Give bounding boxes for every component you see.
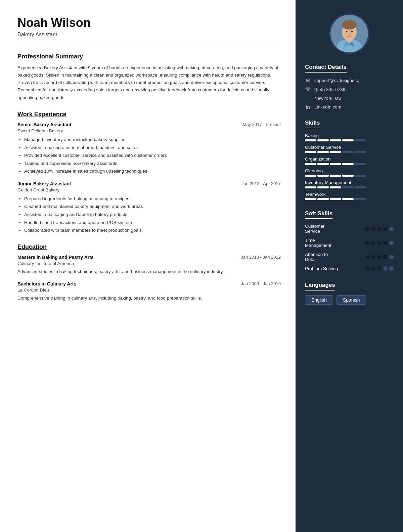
dot [371,266,375,271]
job-header-1: Junior Bakery AssistantJan 2012 - Apr 20… [17,181,281,186]
languages-container: EnglishSpanish [305,295,394,305]
dot [365,241,369,245]
soft-skill-item-2: Attention to Detail [305,252,394,262]
skill-bar-4 [305,186,394,188]
phone-value: (555) 345-6789 [314,87,345,92]
edu-degree-1: Bachelors in Culinary Arts [17,281,76,286]
summary-text: Experienced Bakery Assistant with 9 year… [17,64,281,101]
profile-photo [329,13,369,54]
edu-entry-1: Bachelors in Culinary ArtsJan 2006 - Jan… [17,281,281,302]
skill-item-3: Cleaning [305,168,394,177]
skill-bar-5 [305,198,394,200]
summary-section: Professional Summary Experienced Bakery … [17,53,281,101]
location-icon: ⌂ [305,95,311,101]
skill-item-2: Organization [305,157,394,165]
skill-bar-3 [305,175,394,177]
skill-bar-seg [342,198,354,200]
phone-icon: ☏ [305,86,311,92]
soft-skills-section: Soft Skills Customer ServiceTime Managem… [296,210,403,282]
skill-bar-seg [342,139,354,141]
job-date-1: Jan 2012 - Apr 2017 [241,181,281,186]
skill-bar-1 [305,151,394,153]
dot [383,266,388,271]
job-entry-1: Junior Bakery AssistantJan 2012 - Apr 20… [17,181,281,234]
skill-bar-seg [342,175,354,177]
skill-bar-0 [305,139,394,141]
skill-bar-seg [305,139,316,141]
svg-point-6 [351,31,353,33]
skill-bar-seg [330,151,341,153]
skill-bar-seg [317,175,329,177]
skill-bar-seg [317,139,329,141]
contact-section: Contact Details ✉ support@cvdesigner.ai … [296,64,403,120]
soft-skill-name-2: Attention to Detail [305,252,365,262]
work-experience-heading: Work Experience [17,111,281,118]
dot [389,227,394,231]
skill-bar-seg [355,151,366,153]
soft-skill-name-1: Time Management [305,238,365,248]
email-icon: ✉ [305,77,311,83]
dot [389,266,394,271]
skill-bar-seg [355,186,366,188]
dot [377,266,382,271]
skill-bar-seg [317,163,329,165]
header-divider [17,44,281,44]
skill-name-0: Baking [305,133,394,138]
soft-skill-dots-0 [365,227,394,231]
svg-point-7 [349,33,350,35]
job-company-1: Golden Crust Bakery [17,187,281,192]
dot [377,227,382,231]
language-tag-0: English [305,295,333,305]
right-column: Contact Details ✉ support@cvdesigner.ai … [296,0,403,532]
job-title-text-0: Senior Bakery Assistant [17,122,72,127]
skill-item-5: Teamwork [305,192,394,200]
bullet-item: Achieved 10% increase in sales through u… [24,168,281,175]
candidate-name: Noah Wilson [17,16,281,30]
soft-skill-item-0: Customer Service [305,224,394,234]
job-header-0: Senior Bakery AssistantMay 2017 - Presen… [17,122,281,127]
job-title-text-1: Junior Bakery Assistant [17,181,71,186]
location-value: NewYork, US [314,96,341,101]
job-company-0: Sweet Delights Bakery [17,128,281,133]
linkedin-icon: in [305,104,311,110]
work-experience-section: Work Experience Senior Bakery AssistantM… [17,111,281,234]
dot [365,255,369,259]
photo-area [296,0,403,64]
contact-email: ✉ support@cvdesigner.ai [305,77,394,83]
svg-point-5 [346,31,348,33]
bullet-item: Prepared ingredients for baking accordin… [24,195,281,203]
edu-degree-0: Masters in Baking and Pastry Arts [17,255,94,260]
email-value: support@cvdesigner.ai [314,78,361,83]
skills-section: Skills BakingCustomer ServiceOrganizatio… [296,120,403,210]
dot [371,255,375,259]
dot [365,266,369,271]
job-bullets-0: Managed inventory and restocked bakery s… [17,136,281,175]
skills-container: BakingCustomer ServiceOrganizationCleani… [305,133,394,200]
soft-skill-item-3: Problem Solving [305,266,394,271]
skill-bar-seg [342,163,354,165]
job-date-0: May 2017 - Present [243,122,281,127]
summary-heading: Professional Summary [17,53,281,60]
skill-bar-seg [305,186,316,188]
skill-bar-seg [305,151,316,153]
dot [383,241,388,245]
skill-bar-seg [317,151,329,153]
edu-entry-0: Masters in Baking and Pastry ArtsJan 201… [17,255,281,275]
soft-skill-name-3: Problem Solving [305,266,365,271]
skill-bar-seg [342,151,354,153]
edu-desc-1: Comprehensive training in culinary arts,… [17,295,281,302]
skill-name-4: Inventory Management [305,180,394,185]
bullet-item: Cleaned and maintained bakery equipment … [24,203,281,210]
left-column: Noah Wilson Bakery Assistant Professiona… [0,0,296,532]
dot [365,227,369,231]
edu-school-1: Le Cordon Bleu [17,287,281,293]
skill-bar-seg [330,139,341,141]
soft-skills-heading: Soft Skills [305,210,332,219]
skill-bar-seg [330,163,341,165]
dot [371,241,375,245]
edu-school-0: Culinary Institute of America [17,261,281,266]
skill-bar-seg [330,186,341,188]
bullet-item: Assisted in packaging and labeling baker… [24,211,281,218]
edu-desc-0: Advanced studies in baking techniques, p… [17,268,281,275]
soft-skill-item-1: Time Management [305,238,394,248]
